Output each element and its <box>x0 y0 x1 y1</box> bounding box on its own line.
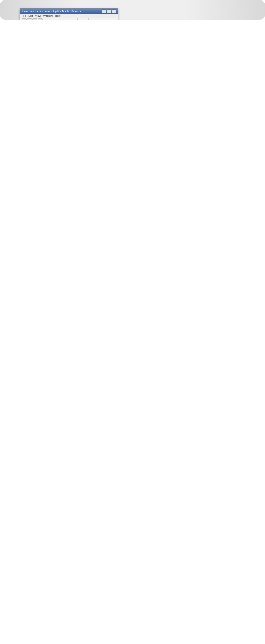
side-tabs[interactable]: ToolsSignComment <box>77 18 116 20</box>
menu-item[interactable]: Comment <box>99 18 116 20</box>
toolbar[interactable]: 75.4% ToolsSignComment <box>20 18 118 20</box>
menu-item[interactable]: File <box>22 14 26 17</box>
menu-item[interactable]: View <box>35 14 41 17</box>
save-icon[interactable] <box>27 18 32 20</box>
reader-window-1: form_needsassessment.pdf - Adobe Reader … <box>20 8 118 20</box>
menu-item[interactable]: Window <box>43 14 53 17</box>
menu-item[interactable]: Edit <box>28 14 33 17</box>
titlebar[interactable]: form_needsassessment.pdf - Adobe Reader <box>20 9 118 14</box>
open-icon[interactable] <box>22 18 27 20</box>
print-icon[interactable] <box>32 18 37 20</box>
menu-item[interactable]: Help <box>55 14 60 17</box>
menu-item[interactable]: Tools <box>77 18 89 20</box>
menu-item[interactable]: Sign <box>88 18 99 20</box>
menubar[interactable]: FileEditViewWindowHelp <box>20 14 118 18</box>
mail-icon[interactable] <box>38 18 43 20</box>
window-buttons[interactable] <box>101 9 116 14</box>
